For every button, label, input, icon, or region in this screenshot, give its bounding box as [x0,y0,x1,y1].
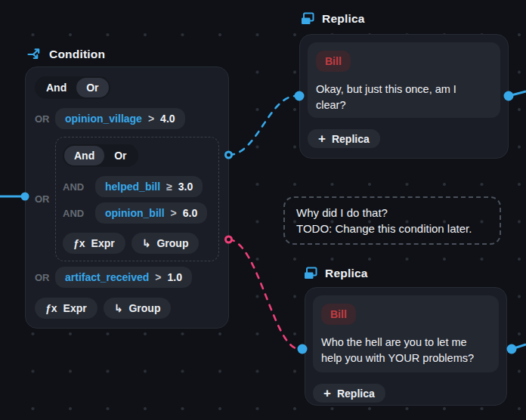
fx-icon: ƒx [45,302,57,314]
chip-operator: > [148,113,154,125]
add-replica-label: Replica [337,388,375,400]
chip-value: 6.0 [183,207,197,219]
expr-button-label: Expr [91,237,115,249]
condition-nested-group[interactable]: And Or AND helped_bill ≥ 3.0 AND opinion… [55,137,219,261]
chip-value: 1.0 [167,271,181,283]
replica2-add-replica-button[interactable]: + Replica [313,384,385,403]
replica2-text[interactable]: Who the hell are you to let me help you … [321,335,490,366]
replica2-output-port[interactable] [507,344,517,354]
character-badge[interactable]: Bill [321,304,356,325]
replica1-add-replica-button[interactable]: + Replica [308,129,380,148]
toggle-option-and[interactable]: And [64,146,104,165]
condition-add-group-button[interactable]: ↳ Group [104,298,172,319]
chip-variable: artifact_received [65,271,149,283]
condition-chip-artifact-received[interactable]: artifact_received > 1.0 [55,267,192,288]
fx-icon: ƒx [73,237,85,249]
expr-button-label: Expr [63,302,87,314]
node-editor-canvas[interactable]: Condition And Or OR opinion_village > 4.… [0,0,526,420]
chip-value: 4.0 [160,113,175,125]
condition-row-artifact: OR artifact_received > 1.0 [35,267,219,288]
group-add-expr-button[interactable]: ƒx Expr [63,233,125,254]
row-label: AND [63,208,95,219]
replica1-node-title: Replica [322,12,365,26]
group-row-helped-bill: AND helped_bill ≥ 3.0 [63,176,212,197]
chip-variable: helped_bill [105,181,160,193]
replica1-text[interactable]: Okay, but just this once, am I clear? [316,82,488,113]
condition-chip-opinion-village[interactable]: opinion_village > 4.0 [55,108,185,129]
condition-node-title: Condition [49,48,105,61]
replica2-message[interactable]: Bill Who the hell are you to let me help… [313,295,499,372]
replica-icon [304,267,317,280]
row-label: AND [63,181,95,193]
group-add-group-button[interactable]: ↳ Group [132,233,200,254]
replica2-node-title: Replica [325,267,368,280]
toggle-option-or[interactable]: Or [76,78,108,97]
group-row-opinion-bill: AND opinion_bill > 6.0 [63,202,212,224]
condition-chip-helped-bill[interactable]: helped_bill ≥ 3.0 [95,176,203,197]
row-label: OR [35,113,55,125]
group-arrow-icon: ↳ [142,237,151,249]
add-replica-label: Replica [332,133,370,145]
wire-condition-to-replica2[interactable] [229,239,299,349]
comment-line-2: TODO: Change this condition later. [296,221,488,236]
wire-replica1-output[interactable] [509,91,526,96]
toggle-option-and[interactable]: And [36,78,76,97]
wire-replica2-output[interactable] [512,344,526,349]
comment-line-1: Why did I do that? [296,205,488,221]
group-arrow-icon: ↳ [114,302,123,314]
chip-operator: > [155,271,161,283]
condition-node-header[interactable]: Condition [27,47,105,61]
chip-variable: opinion_bill [105,207,165,219]
branch-icon [27,47,42,61]
group-button-label: Group [128,302,160,314]
chip-operator: > [171,207,177,219]
condition-chip-opinion-bill[interactable]: opinion_bill > 6.0 [95,202,207,224]
replica2-node-header[interactable]: Replica [304,267,368,280]
replica1-node[interactable]: Bill Okay, but just this once, am I clea… [299,34,509,159]
row-label: OR [35,193,55,205]
condition-node[interactable]: And Or OR opinion_village > 4.0 OR And O… [25,66,229,329]
chip-operator: ≥ [166,181,172,193]
replica-icon [301,12,314,26]
plus-icon: + [318,132,326,145]
condition-row-village: OR opinion_village > 4.0 [35,108,219,129]
toggle-option-or[interactable]: Or [104,146,136,165]
chip-value: 3.0 [178,181,193,193]
group-mode-toggle: And Or [63,144,138,167]
condition-group-row: OR And Or AND helped_bill ≥ 3.0 AND [35,137,219,261]
replica1-message[interactable]: Bill Okay, but just this once, am I clea… [308,42,500,118]
character-badge[interactable]: Bill [316,51,351,72]
wire-condition-to-replica1[interactable] [229,96,296,155]
comment-note[interactable]: Why did I do that? TODO: Change this con… [283,196,501,245]
chip-variable: opinion_village [65,113,142,125]
replica1-node-header[interactable]: Replica [301,12,365,26]
plus-icon: + [323,387,331,400]
replica2-node[interactable]: Bill Who the hell are you to let me help… [305,287,507,406]
condition-mode-toggle: And Or [35,76,110,99]
condition-add-expr-button[interactable]: ƒx Expr [35,298,97,319]
group-button-label: Group [156,237,188,249]
row-label: OR [35,272,55,283]
